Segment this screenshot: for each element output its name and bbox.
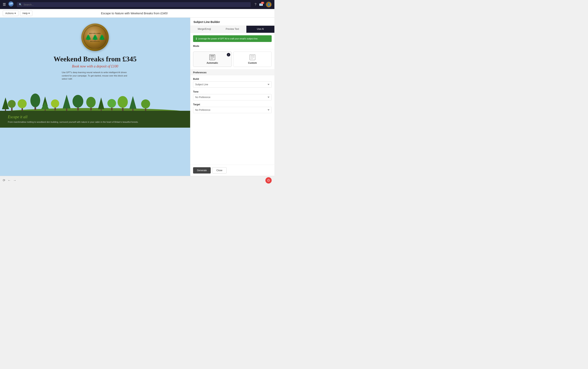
svg-rect-6: [210, 58, 214, 58]
automatic-label: Automatic: [195, 62, 230, 64]
bottom-bar: ⟳ ← →: [0, 176, 274, 184]
notification-badge: 27: [261, 2, 264, 4]
logo-trees-icon: 🌲🌲🌲: [85, 35, 105, 41]
bottom-title: Escape it all: [8, 115, 182, 119]
mode-automatic-check: ✓: [227, 53, 230, 56]
tree-round-2: [18, 99, 27, 111]
logo-circle: WOODLAND 🌲🌲🌲 RETREATS: [81, 23, 109, 51]
panel-tabs: Merge/Emoji Preview Text Use AI: [190, 26, 274, 33]
mode-section-label: Mode: [190, 42, 274, 49]
email-hero-title: Weekend Breaks from £345: [12, 55, 178, 63]
tree-pine-right: [98, 97, 104, 112]
nav-right-icons: ? 📧 27 👤: [255, 1, 272, 8]
sub-navigation: Actions ▾ Help ▾ Escape to Nature with W…: [0, 9, 274, 18]
preferences-header: Preferences: [190, 69, 274, 75]
search-bar[interactable]: 🔍: [17, 2, 251, 7]
tree-pine-2: [41, 96, 49, 112]
bottom-content: Escape it all From marshmallow melting t…: [0, 111, 190, 128]
search-icon: 🔍: [19, 3, 22, 6]
logo-text-bottom: RETREATS: [90, 41, 100, 42]
tree-round-9: [141, 99, 150, 111]
tree-round-8: [118, 96, 128, 111]
custom-mode-icon: [235, 54, 270, 60]
target-label: Target: [193, 103, 272, 106]
email-hero-desc: Use GPT's deep learning neural network t…: [62, 71, 128, 81]
sub-nav-left: Actions ▾ Help ▾: [3, 10, 32, 16]
build-label: Build: [193, 78, 272, 80]
tree-round-6: [86, 97, 96, 110]
mode-custom[interactable]: ✓ Custom: [233, 51, 272, 67]
notifications-icon[interactable]: 📧 27: [259, 3, 263, 7]
bottom-dark-section: Escape it all From marshmallow melting t…: [0, 111, 190, 128]
logo-inner: WOODLAND 🌲🌲🌲 RETREATS: [83, 25, 107, 49]
generate-button[interactable]: Generate: [193, 167, 211, 174]
subject-line-builder-panel: Subject Line Builder Merge/Emoji Preview…: [190, 18, 274, 176]
avatar[interactable]: 👤: [266, 1, 272, 8]
bottom-nav-icons: ⟳ ← →: [3, 178, 16, 182]
tree-pine-center: [63, 95, 71, 112]
help-label: Help: [22, 12, 28, 15]
back-icon[interactable]: ←: [8, 179, 11, 182]
search-input[interactable]: [23, 3, 249, 6]
actions-chevron-icon: ▾: [14, 12, 16, 15]
tree-round-7: [107, 99, 116, 110]
ai-banner-text: Leverage the power of GPT AI to craft yo…: [198, 37, 258, 40]
actions-button[interactable]: Actions ▾: [3, 10, 19, 16]
svg-point-2: [10, 2, 13, 4]
email-preview-panel: WOODLAND 🌲🌲🌲 RETREATS Weekend Breaks fro…: [0, 18, 190, 176]
power-icon[interactable]: [265, 177, 272, 184]
email-logo-area: WOODLAND 🌲🌲🌲 RETREATS: [0, 18, 190, 53]
tab-use-ai[interactable]: Use AI: [246, 26, 274, 33]
tree-pine-farright: [129, 96, 136, 112]
build-select[interactable]: Subject Line Preview Text Both: [193, 81, 272, 88]
email-content: WOODLAND 🌲🌲🌲 RETREATS Weekend Breaks fro…: [0, 18, 190, 176]
help-chevron-icon: ▾: [28, 12, 30, 15]
app-logo-icon: [8, 1, 14, 8]
tree-round-4: [51, 99, 59, 110]
panel-title: Subject Line Builder: [193, 20, 271, 23]
tree-round-5: [72, 95, 83, 110]
preferences-label: Preferences: [193, 71, 207, 74]
preferences-section: Build Subject Line Preview Text Both Ton…: [190, 75, 274, 118]
top-navigation: ☰ 🔍 ? 📧 27 👤: [0, 0, 274, 9]
forward-icon[interactable]: →: [13, 179, 16, 182]
logo-text-top: WOODLAND: [89, 33, 101, 34]
email-landscape: Escape it all From marshmallow melting t…: [0, 84, 190, 128]
help-button[interactable]: Help ▾: [20, 10, 32, 16]
svg-rect-3: [210, 54, 215, 60]
tone-select[interactable]: No Preference Professional Casual Friend…: [193, 94, 272, 100]
bottom-desc: From marshmallow melting to woodland den…: [8, 120, 182, 124]
target-select[interactable]: No Preference B2B B2C Young Adults Senio…: [193, 107, 272, 113]
svg-rect-7: [210, 59, 213, 59]
close-button[interactable]: Close: [212, 167, 227, 174]
panel-footer: Generate Close: [190, 165, 274, 176]
email-hero-text: Weekend Breaks from £345 Book now with a…: [0, 53, 190, 81]
mode-options: ✓ Automatic ✓: [190, 49, 274, 69]
mode-automatic[interactable]: ✓ Automatic: [193, 51, 232, 67]
history-icon[interactable]: ⟳: [3, 178, 5, 182]
panel-spacer: [190, 118, 274, 165]
hamburger-menu-icon[interactable]: ☰: [3, 2, 6, 7]
svg-rect-5: [210, 57, 214, 57]
svg-rect-8: [250, 54, 255, 60]
ai-info-banner: ℹ Leverage the power of GPT AI to craft …: [193, 35, 272, 42]
svg-rect-9: [251, 55, 254, 56]
help-icon[interactable]: ?: [255, 3, 256, 6]
tone-preference-group: Tone No Preference Professional Casual F…: [193, 90, 272, 100]
svg-rect-4: [210, 55, 214, 56]
tree-round-1: [8, 100, 16, 111]
info-icon: ℹ: [196, 37, 197, 40]
tree-round-3: [30, 93, 40, 110]
panel-header: Subject Line Builder: [190, 18, 274, 26]
custom-label: Custom: [235, 62, 270, 64]
email-hero-subtitle: Book now with a deposit of £100: [12, 64, 178, 68]
tab-merge-emoji[interactable]: Merge/Emoji: [190, 26, 218, 33]
automatic-mode-icon: [195, 54, 230, 60]
tab-preview-text[interactable]: Preview Text: [218, 26, 246, 33]
svg-rect-11: [251, 57, 254, 58]
svg-rect-12: [251, 58, 253, 59]
target-preference-group: Target No Preference B2B B2C Young Adult…: [193, 103, 272, 113]
svg-rect-10: [251, 56, 254, 57]
actions-label: Actions: [5, 12, 14, 15]
avatar-image: 👤: [266, 2, 271, 7]
